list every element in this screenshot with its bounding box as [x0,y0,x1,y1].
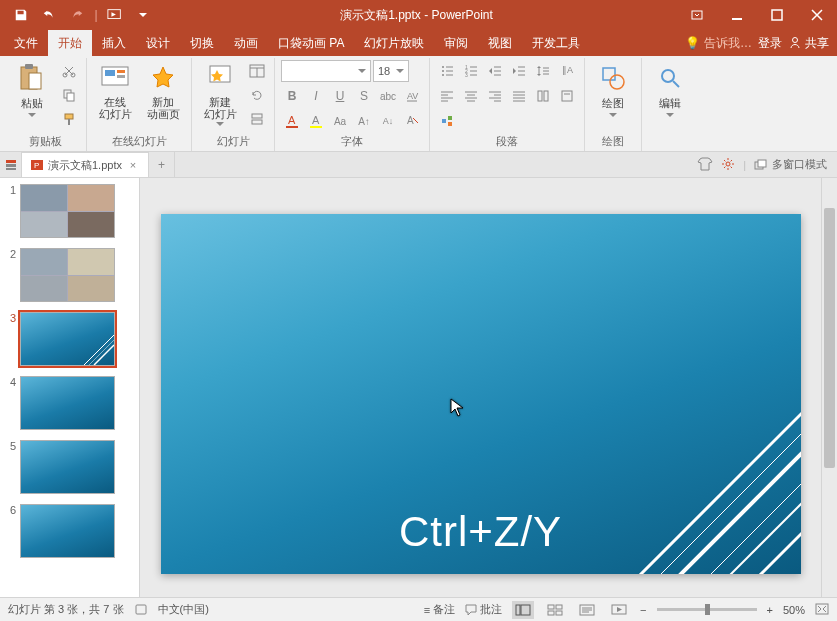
thumbnail-1[interactable]: 1 [4,184,135,238]
increase-font-icon[interactable]: A↑ [353,110,375,132]
redo-icon[interactable] [64,2,90,28]
cut-icon[interactable] [58,60,80,82]
slide-thumbnails-panel[interactable]: 1 2 3 4 5 6 [0,178,140,597]
slide-text[interactable]: Ctrl+Z/Y [399,508,562,556]
settings-gear-icon[interactable] [721,157,735,173]
tab-insert[interactable]: 插入 [92,30,136,56]
tab-design[interactable]: 设计 [136,30,180,56]
slide-sorter-view-icon[interactable] [544,601,566,619]
underline-icon[interactable]: U [329,85,351,107]
text-direction-icon[interactable]: ‖A [556,60,578,82]
character-spacing-icon[interactable]: AV [401,85,423,107]
normal-view-icon[interactable] [512,601,534,619]
tab-transition[interactable]: 切换 [180,30,224,56]
qat-dropdown-icon[interactable] [130,2,156,28]
section-icon[interactable] [246,108,268,130]
svg-line-91 [621,394,801,574]
decrease-indent-icon[interactable] [484,60,506,82]
bold-icon[interactable]: B [281,85,303,107]
close-button[interactable] [797,0,837,30]
bullets-icon[interactable] [436,60,458,82]
slide-canvas[interactable]: Ctrl+Z/Y [161,214,801,574]
vertical-scrollbar[interactable] [821,178,837,597]
slide-counter[interactable]: 幻灯片 第 3 张，共 7 张 [8,602,124,617]
minimize-button[interactable] [717,0,757,30]
thumbnail-6[interactable]: 6 [4,504,135,558]
new-slide-button[interactable]: 新建 幻灯片 [198,60,242,126]
scrollbar-thumb[interactable] [824,208,835,468]
share-button[interactable]: 共享 [788,35,829,52]
layout-icon[interactable] [246,60,268,82]
thumbnail-4[interactable]: 4 [4,376,135,430]
align-text-icon[interactable] [556,85,578,107]
language-indicator[interactable]: 中文(中国) [158,602,209,617]
tab-home[interactable]: 开始 [48,30,92,56]
tab-pocket-animation[interactable]: 口袋动画 PA [268,30,354,56]
tab-list-icon[interactable] [0,152,22,177]
svg-rect-99 [521,605,530,615]
numbering-icon[interactable]: 123 [460,60,482,82]
align-left-icon[interactable] [436,85,458,107]
close-tab-icon[interactable]: × [126,158,140,172]
copy-icon[interactable] [58,84,80,106]
slideshow-view-icon[interactable] [608,601,630,619]
group-editing: 编辑 [642,58,698,151]
tab-review[interactable]: 审阅 [434,30,478,56]
thumbnail-2[interactable]: 2 [4,248,135,302]
align-right-icon[interactable] [484,85,506,107]
change-case-icon[interactable]: Aa [329,110,351,132]
start-from-beginning-icon[interactable] [102,2,128,28]
editing-button[interactable]: 编辑 [648,60,692,117]
slide-editor[interactable]: Ctrl+Z/Y [140,178,821,597]
fit-to-window-icon[interactable] [815,603,829,617]
highlight-icon[interactable]: A [305,110,327,132]
login-button[interactable]: 登录 [758,35,782,52]
thumbnail-5[interactable]: 5 [4,440,135,494]
document-tab[interactable]: P 演示文稿1.pptx × [22,152,149,177]
drawing-button[interactable]: 绘图 [591,60,635,117]
svg-rect-109 [816,604,828,614]
strikethrough-icon[interactable]: S [353,85,375,107]
zoom-in-icon[interactable]: + [767,604,773,616]
font-family-combo[interactable] [281,60,371,82]
ribbon-display-icon[interactable] [677,0,717,30]
undo-icon[interactable] [36,2,62,28]
justify-icon[interactable] [508,85,530,107]
add-tab-button[interactable]: + [149,152,175,177]
zoom-out-icon[interactable]: − [640,604,646,616]
tab-file[interactable]: 文件 [4,30,48,56]
tab-animation[interactable]: 动画 [224,30,268,56]
reset-icon[interactable] [246,84,268,106]
font-color-icon[interactable]: A [281,110,303,132]
notes-button[interactable]: ≡ 备注 [424,602,455,617]
zoom-slider-handle[interactable] [705,604,710,615]
comments-button[interactable]: 批注 [465,602,502,617]
convert-smartart-icon[interactable] [436,110,458,132]
thumbnail-3[interactable]: 3 [4,312,135,366]
zoom-slider[interactable] [657,608,757,611]
spell-check-icon[interactable] [134,602,148,618]
format-painter-icon[interactable] [58,108,80,130]
clear-formatting-icon[interactable]: A [401,110,423,132]
shadow-icon[interactable]: abc [377,85,399,107]
online-slides-button[interactable]: 在线 幻灯片 [93,60,137,120]
tab-developer[interactable]: 开发工具 [522,30,590,56]
align-center-icon[interactable] [460,85,482,107]
paste-button[interactable]: 粘贴 [10,60,54,117]
tab-slideshow[interactable]: 幻灯片放映 [354,30,434,56]
new-animation-page-button[interactable]: 新加 动画页 [141,60,185,120]
zoom-level[interactable]: 50% [783,604,805,616]
columns-icon[interactable] [532,85,554,107]
line-spacing-icon[interactable] [532,60,554,82]
skin-icon[interactable] [697,157,713,173]
increase-indent-icon[interactable] [508,60,530,82]
multi-window-toggle[interactable]: 多窗口模式 [754,157,827,172]
tell-me-search[interactable]: 💡 告诉我… [685,35,752,52]
maximize-button[interactable] [757,0,797,30]
save-icon[interactable] [8,2,34,28]
italic-icon[interactable]: I [305,85,327,107]
decrease-font-icon[interactable]: A↓ [377,110,399,132]
reading-view-icon[interactable] [576,601,598,619]
tab-view[interactable]: 视图 [478,30,522,56]
font-size-combo[interactable]: 18 [373,60,409,82]
